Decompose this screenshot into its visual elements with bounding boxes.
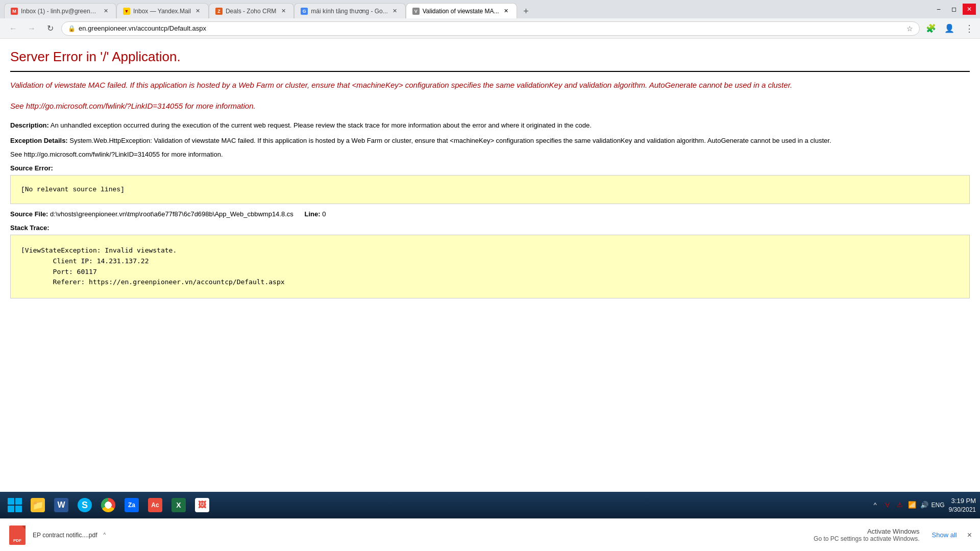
tab-favicon-1: M bbox=[11, 8, 18, 15]
browser-addressbar: ← → ↻ 🔒 en.greenpioneer.vn/accountcp/Def… bbox=[0, 18, 980, 39]
activate-windows-subtitle: Go to PC settings to activate Windows. bbox=[814, 535, 919, 542]
acrobat-icon: Ac bbox=[148, 498, 162, 512]
browser-tab-5[interactable]: V Validation of viewstate MA... ✕ bbox=[406, 3, 517, 18]
see-also: See http://go.microsoft.com/fwlink/?Link… bbox=[10, 151, 970, 158]
tab-title-4: mái kính tăng thương - Go... bbox=[311, 8, 387, 15]
source-file-label: Source File: bbox=[10, 210, 48, 218]
see-link-text: See http://go.microsoft.com/fwlink/?Link… bbox=[10, 102, 256, 110]
start-button[interactable] bbox=[4, 494, 26, 516]
description-block: Description: An unhandled exception occu… bbox=[10, 120, 970, 131]
window-controls: – ◻ ✕ bbox=[932, 4, 976, 15]
download-icon-area: PDF bbox=[8, 525, 27, 545]
tab-close-3[interactable]: ✕ bbox=[279, 7, 287, 15]
windows-logo-icon bbox=[8, 498, 22, 512]
download-bar: PDF EP contract notific....pdf ^ Activat… bbox=[0, 518, 980, 551]
error-divider bbox=[10, 71, 970, 72]
taskbar-right: ^ V ⚠ 📶 🔊 ENG 3:19 PM 9/30/2021 bbox=[870, 496, 976, 514]
taskbar-zalo[interactable]: Za bbox=[120, 494, 143, 516]
skype-icon: S bbox=[78, 498, 92, 512]
tab-close-2[interactable]: ✕ bbox=[194, 7, 202, 15]
line-value: 0 bbox=[322, 210, 326, 218]
browser-tab-1[interactable]: M Inbox (1) - linh.pv@greenp... ✕ bbox=[4, 3, 116, 18]
address-text: en.greenpioneer.vn/accountcp/Default.asp… bbox=[79, 24, 903, 32]
file-info: Source File: d:\vhosts\greenpioneer.vn\t… bbox=[10, 210, 970, 218]
browser-titlebar: M Inbox (1) - linh.pv@greenp... ✕ ▼ Inbo… bbox=[0, 0, 980, 18]
system-tray: ^ V ⚠ 📶 🔊 ENG bbox=[870, 500, 945, 510]
page-content: Server Error in '/' Application. Validat… bbox=[0, 39, 980, 510]
source-box-text: [No relevant source lines] bbox=[21, 186, 125, 193]
source-error-label: Source Error: bbox=[10, 164, 970, 172]
tab-title-3: Deals - Zoho CRM bbox=[226, 8, 276, 15]
taskbar: 📁 W S Za Ac X 🖼 ^ V ⚠ 📶 🔊 ENG 3:19 PM 9/… bbox=[0, 492, 980, 518]
source-box: [No relevant source lines] bbox=[10, 175, 970, 204]
download-bar-close-button[interactable]: × bbox=[967, 531, 972, 540]
zalo-icon: Za bbox=[125, 498, 139, 512]
show-all-button[interactable]: Show all bbox=[932, 531, 957, 539]
chrome-icon bbox=[101, 498, 115, 512]
taskbar-chrome[interactable] bbox=[97, 494, 119, 516]
close-window-button[interactable]: ✕ bbox=[963, 4, 976, 15]
stack-trace-box: [ViewStateException: Invalid viewstate. … bbox=[10, 235, 970, 298]
clock-date: 9/30/2021 bbox=[949, 506, 976, 514]
error-link-block: See http://go.microsoft.com/fwlink/?Link… bbox=[10, 102, 970, 110]
taskbar-clock[interactable]: 3:19 PM 9/30/2021 bbox=[949, 496, 976, 514]
profile-button[interactable]: 👤 bbox=[942, 21, 957, 36]
taskbar-acrobat[interactable]: Ac bbox=[144, 494, 166, 516]
taskbar-excel[interactable]: X bbox=[167, 494, 190, 516]
tab-favicon-4: G bbox=[301, 8, 308, 15]
tray-volume-icon[interactable]: 🔊 bbox=[919, 500, 929, 510]
taskbar-photos[interactable]: 🖼 bbox=[191, 494, 213, 516]
tab-favicon-2: ▼ bbox=[123, 8, 130, 15]
description-label: Description: bbox=[10, 121, 49, 129]
error-title: Server Error in '/' Application. bbox=[10, 49, 970, 65]
tab-title-1: Inbox (1) - linh.pv@greenp... bbox=[21, 8, 99, 15]
taskbar-skype[interactable]: S bbox=[74, 494, 96, 516]
language-indicator[interactable]: ENG bbox=[932, 502, 945, 509]
tab-close-1[interactable]: ✕ bbox=[102, 7, 110, 15]
file-explorer-icon: 📁 bbox=[31, 498, 45, 512]
download-chevron-icon[interactable]: ^ bbox=[104, 532, 106, 538]
taskbar-file-explorer[interactable]: 📁 bbox=[27, 494, 49, 516]
bookmark-icon[interactable]: ☆ bbox=[906, 24, 913, 33]
tab-close-4[interactable]: ✕ bbox=[391, 7, 399, 15]
tray-antivirus-icon[interactable]: V bbox=[883, 500, 893, 510]
tab-close-5[interactable]: ✕ bbox=[502, 7, 510, 15]
tab-favicon-3: Z bbox=[215, 8, 223, 15]
description-text: An unhandled exception occurred during t… bbox=[51, 121, 592, 129]
tray-up-arrow-icon[interactable]: ^ bbox=[870, 500, 880, 510]
source-file-value: d:\vhosts\greenpioneer.vn\tmp\root\a6e77… bbox=[50, 210, 293, 218]
word-icon: W bbox=[54, 498, 68, 512]
tab-title-5: Validation of viewstate MA... bbox=[423, 8, 499, 15]
download-filename: EP contract notific....pdf bbox=[33, 532, 97, 539]
minimize-button[interactable]: – bbox=[932, 4, 945, 15]
exception-label: Exception Details: bbox=[10, 137, 68, 144]
browser-tab-3[interactable]: Z Deals - Zoho CRM ✕ bbox=[209, 3, 294, 18]
activate-windows-box: Activate Windows Go to PC settings to ac… bbox=[814, 528, 919, 542]
line-label: Line: bbox=[304, 210, 320, 218]
address-bar[interactable]: 🔒 en.greenpioneer.vn/accountcp/Default.a… bbox=[61, 21, 920, 36]
activate-windows-title: Activate Windows bbox=[814, 528, 919, 535]
tray-network-icon[interactable]: 📶 bbox=[907, 500, 917, 510]
browser-tab-4[interactable]: G mái kính tăng thương - Go... ✕ bbox=[294, 3, 405, 18]
reload-button[interactable]: ↻ bbox=[43, 21, 57, 36]
taskbar-word[interactable]: W bbox=[50, 494, 72, 516]
tray-virus-icon[interactable]: ⚠ bbox=[895, 500, 905, 510]
tab-title-2: Inbox — Yandex.Mail bbox=[133, 8, 191, 15]
tabs-area: M Inbox (1) - linh.pv@greenp... ✕ ▼ Inbo… bbox=[4, 0, 533, 18]
browser-tab-2[interactable]: ▼ Inbox — Yandex.Mail ✕ bbox=[116, 3, 209, 18]
stack-trace-text: [ViewStateException: Invalid viewstate. … bbox=[21, 245, 959, 288]
stack-trace-label: Stack Trace: bbox=[10, 224, 970, 232]
clock-time: 3:19 PM bbox=[949, 496, 976, 506]
lock-icon: 🔒 bbox=[68, 25, 76, 32]
pdf-file-icon: PDF bbox=[9, 525, 26, 545]
excel-icon: X bbox=[172, 498, 186, 512]
tab-favicon-5: V bbox=[412, 8, 420, 15]
restore-button[interactable]: ◻ bbox=[947, 4, 961, 15]
exception-block: Exception Details: System.Web.HttpExcept… bbox=[10, 136, 970, 146]
browser-menu-button[interactable]: ⋮ bbox=[965, 23, 974, 34]
forward-button[interactable]: → bbox=[24, 21, 39, 36]
extensions-button[interactable]: 🧩 bbox=[924, 21, 938, 36]
photos-icon: 🖼 bbox=[195, 498, 209, 512]
new-tab-button[interactable]: + bbox=[519, 4, 533, 18]
back-button[interactable]: ← bbox=[6, 21, 20, 36]
